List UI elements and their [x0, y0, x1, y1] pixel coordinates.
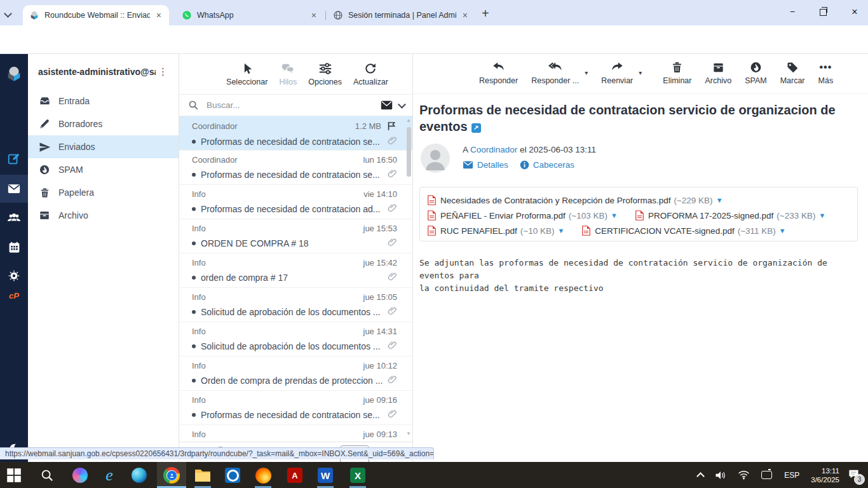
compose-icon[interactable]: [0, 145, 28, 173]
account-menu-icon[interactable]: ⋮: [156, 66, 171, 78]
message-row[interactable]: Infojue 10:12 Orden de compra de prendas…: [179, 356, 412, 391]
attachment-item[interactable]: RUC PENAFIEL.pdf (~10 KB) ▼: [428, 226, 564, 236]
attachment-item[interactable]: Necesidades de Contratación y Recepción …: [428, 195, 723, 205]
taskbar-search-button[interactable]: [38, 466, 56, 484]
select-button[interactable]: Seleccionar: [226, 62, 268, 86]
mail-body-line: Se adjuntan las proformas de necesidad d…: [419, 257, 858, 282]
sidebar-item-enviados[interactable]: Enviados: [28, 135, 179, 158]
window-close-button[interactable]: ×: [845, 6, 864, 19]
reply-all-button[interactable]: Responder ...: [531, 60, 579, 85]
chrome-taskbar-tile[interactable]: [157, 462, 186, 488]
attachment-menu-caret-icon[interactable]: ▼: [818, 212, 825, 219]
attachment-item[interactable]: PROFORMA 17-2025-signed.pdf (~233 KB) ▼: [635, 210, 825, 220]
message-sender: Info: [192, 292, 363, 302]
sidebar-item-papelera[interactable]: Papelera: [28, 181, 179, 204]
tab-search-icon[interactable]: [5, 8, 20, 19]
reply-all-caret-icon[interactable]: ▾: [585, 69, 588, 76]
to-prefix: A: [463, 145, 468, 154]
volume-icon[interactable]: [715, 470, 726, 480]
delete-button[interactable]: Eliminar: [663, 60, 691, 85]
scroll-up-arrow-icon[interactable]: ▲: [406, 118, 411, 123]
message-date: jue 15:53: [363, 224, 398, 233]
tab-close-icon[interactable]: ×: [461, 11, 469, 20]
outlook-icon[interactable]: [224, 466, 241, 484]
message-row[interactable]: Infojue 15:42 orden de compra # 17: [179, 254, 412, 288]
message-row[interactable]: Coordinadorlun 16:50 Proformas de necesi…: [179, 151, 412, 185]
contacts-icon[interactable]: [0, 204, 28, 232]
sidebar-item-borradores[interactable]: Borradores: [28, 112, 179, 135]
tab-close-icon[interactable]: ×: [155, 11, 163, 20]
message-size: 1.2 MB: [355, 121, 381, 131]
forward-button[interactable]: Reenviar: [601, 60, 633, 85]
threads-button[interactable]: Hilos: [279, 62, 297, 86]
attachment-size: (~10 KB): [520, 226, 555, 236]
message-row[interactable]: Coordinador1.2 MB Proformas de necesidad…: [179, 116, 412, 151]
threads-label: Hilos: [279, 78, 297, 86]
search-input[interactable]: [205, 100, 381, 111]
new-tab-button[interactable]: +: [482, 6, 489, 21]
archive-button[interactable]: Archivo: [705, 60, 731, 85]
start-button[interactable]: [5, 466, 23, 484]
attachment-item[interactable]: CERTIFICACION VCATE-signed.pdf (~311 KB)…: [582, 226, 785, 236]
edge-icon[interactable]: [130, 466, 148, 484]
sidebar-item-archivo[interactable]: Archivo: [28, 204, 179, 227]
tab-panel-admin[interactable]: Sesión terminada | Panel Admin ×: [327, 5, 475, 25]
spam-button[interactable]: SPAM: [745, 60, 767, 85]
copilot-icon[interactable]: [71, 466, 89, 484]
pdf-file-icon: [428, 226, 436, 236]
message-row[interactable]: Infojue 09:16 Proformas de necesidad de …: [179, 391, 412, 425]
mail-icon[interactable]: [0, 175, 28, 203]
list-scrollbar-thumb[interactable]: [407, 127, 411, 177]
attachment-menu-caret-icon[interactable]: ▼: [716, 196, 723, 204]
reply-button[interactable]: Responder: [479, 60, 518, 85]
clock[interactable]: 13:11 3/6/2025: [811, 466, 839, 484]
attachment-paperclip-icon: [387, 409, 397, 421]
refresh-button[interactable]: Actualizar: [353, 62, 388, 86]
message-row[interactable]: Infojue 15:05 Solicitud de aprobación de…: [179, 288, 412, 322]
more-button[interactable]: ••• Más: [818, 60, 834, 85]
search-options-chevron-icon[interactable]: [398, 100, 406, 109]
cpanel-icon[interactable]: cP: [0, 281, 28, 309]
internet-explorer-icon[interactable]: e: [100, 466, 118, 484]
flag-icon[interactable]: [386, 121, 397, 132]
attachment-item[interactable]: PEÑAFIEL - Enviar Proforma.pdf (~103 KB)…: [428, 210, 618, 220]
wifi-icon[interactable]: [738, 470, 750, 480]
tab-roundcube[interactable]: Roundcube Webmail :: Enviados ×: [23, 5, 169, 25]
forward-caret-icon[interactable]: ▾: [639, 69, 642, 76]
mark-button[interactable]: Marcar: [780, 60, 805, 85]
excel-icon[interactable]: X: [349, 466, 367, 484]
open-in-new-window-icon[interactable]: ↗: [471, 123, 481, 133]
acrobat-icon[interactable]: A: [286, 466, 304, 484]
notification-center-icon[interactable]: 3: [848, 469, 859, 482]
message-row[interactable]: Infojue 15:53 ORDEN DE COMPRA # 18: [179, 219, 412, 254]
tray-expand-chevron-icon[interactable]: [698, 471, 703, 479]
attachment-menu-caret-icon[interactable]: ▼: [611, 212, 618, 219]
tab-close-icon[interactable]: ×: [310, 11, 318, 20]
message-row[interactable]: Infovie 14:10 Proformas de necesidad de …: [179, 185, 412, 219]
firefox-icon[interactable]: [254, 466, 272, 484]
search-scope-mail-icon[interactable]: [381, 100, 393, 110]
tray-display-icon[interactable]: [761, 471, 772, 479]
window-restore-button[interactable]: [813, 6, 832, 19]
headers-link[interactable]: Cabeceras: [533, 160, 574, 170]
mail-subject: Proformas de necesidad de contratacion s…: [419, 102, 851, 135]
message-row[interactable]: Infojue 14:31 Solicitud de aprobación de…: [179, 322, 412, 356]
message-date: jue 15:42: [363, 258, 398, 268]
scroll-down-arrow-icon[interactable]: ▼: [406, 431, 411, 437]
tab-whatsapp[interactable]: WhatsApp ×: [175, 5, 324, 25]
reply-icon: [491, 60, 506, 74]
calendar-icon[interactable]: [0, 233, 28, 261]
recipient-link[interactable]: Coordinador: [470, 145, 517, 154]
window-minimize-button[interactable]: −: [783, 6, 802, 19]
attachment-menu-caret-icon[interactable]: ▼: [779, 227, 786, 234]
options-button[interactable]: Opciones: [308, 62, 342, 86]
attachment-menu-caret-icon[interactable]: ▼: [557, 227, 564, 234]
language-indicator[interactable]: ESP: [784, 471, 799, 480]
file-explorer-icon[interactable]: [194, 466, 212, 484]
details-link[interactable]: Detalles: [477, 160, 508, 170]
threads-icon: [281, 62, 295, 76]
word-icon[interactable]: W: [316, 466, 334, 484]
sidebar-item-spam[interactable]: SPAM: [28, 158, 179, 181]
sidebar-item-entrada[interactable]: Entrada: [28, 90, 179, 112]
message-row[interactable]: Infojue 09:13: [179, 425, 412, 442]
